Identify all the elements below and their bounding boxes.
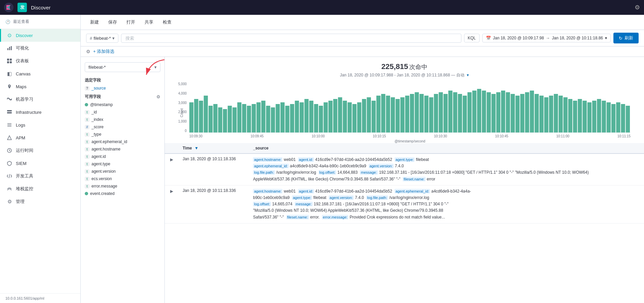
field-type-t-icon: t: [85, 117, 89, 122]
inspect-button[interactable]: 检查: [159, 18, 176, 27]
field-item-type[interactable]: t _type: [81, 131, 164, 138]
sidebar-item-infrastructure[interactable]: Infrastructure: [0, 106, 80, 119]
sidebar-item-ml[interactable]: 机器学习: [0, 93, 80, 106]
index-pattern-dropdown[interactable]: filebeat-* ▾: [85, 62, 160, 72]
svg-rect-34: [271, 107, 275, 133]
sidebar-item-apm[interactable]: APM: [0, 131, 80, 144]
y-tick: 1,000: [178, 120, 187, 123]
field-name: _source: [91, 86, 106, 91]
sidebar-item-logs[interactable]: Logs: [0, 119, 80, 131]
add-filter-button[interactable]: + 添加筛选: [93, 48, 114, 55]
field-item-agent-ephemeral-id[interactable]: t agent.ephemeral_id: [81, 138, 164, 145]
sidebar-item-siem[interactable]: SIEM: [0, 157, 80, 170]
ml-icon: [6, 96, 12, 102]
field-item-error-message[interactable]: t error.message: [81, 182, 164, 190]
svg-rect-58: [386, 96, 390, 133]
source-cell: agent.hostname: web01 agent.id: 416cd9e7…: [249, 154, 644, 185]
sidebar-item-devtools[interactable]: 开发工具: [0, 170, 80, 182]
svg-rect-56: [376, 96, 380, 133]
svg-rect-61: [400, 97, 404, 133]
svg-rect-107: [621, 104, 625, 133]
field-type-t-icon: t: [85, 140, 89, 144]
svg-rect-99: [582, 101, 586, 133]
svg-rect-91: [544, 97, 548, 133]
field-item-agent-version[interactable]: t agent.version: [81, 168, 164, 175]
field-item-id[interactable]: t _id: [81, 108, 164, 116]
sidebar-item-management[interactable]: ⚙ 管理: [0, 195, 80, 208]
field-item-event-created[interactable]: event.created: [81, 190, 164, 197]
field-name: agent.hostname: [91, 147, 120, 152]
search-input[interactable]: [125, 36, 457, 41]
svg-rect-52: [357, 102, 361, 133]
svg-rect-6: [7, 61, 9, 63]
sidebar-item-visualize[interactable]: 可视化: [0, 42, 80, 55]
table-header-time[interactable]: Time ▼: [179, 143, 249, 154]
field-item-ecs-version[interactable]: t ecs.version: [81, 175, 164, 182]
svg-rect-67: [429, 97, 433, 133]
date-range-picker[interactable]: 📅 Jan 18, 2020 @ 10:09:17.98 → Jan 18, 2…: [482, 34, 611, 42]
index-pattern-selector[interactable]: # filebeat-* ▾: [86, 34, 118, 43]
sidebar-item-label: SIEM: [16, 161, 27, 166]
sidebar-item-stack-monitoring[interactable]: 堆栈监控: [0, 182, 80, 195]
infrastructure-icon: [6, 109, 12, 115]
field-label: agent.version:: [329, 195, 354, 200]
svg-rect-29: [247, 106, 251, 133]
sidebar-item-label: 开发工具: [16, 173, 33, 179]
svg-rect-39: [295, 101, 299, 133]
sidebar-item-dashboard[interactable]: 仪表板: [0, 55, 80, 67]
field-item-index[interactable]: t _index: [81, 116, 164, 123]
svg-rect-89: [535, 94, 539, 133]
sidebar-item-maps[interactable]: Maps: [0, 80, 80, 93]
svg-rect-45: [324, 102, 328, 133]
field-item-timestamp[interactable]: @timestamp: [81, 101, 164, 108]
refresh-button[interactable]: ↻ 刷新: [613, 33, 639, 43]
y-axis: 5,000 4,000 3,000 2,000 1,000 0: [178, 82, 187, 133]
dashboard-icon: [6, 58, 12, 64]
expand-row-button[interactable]: ▶: [169, 188, 175, 194]
selected-fields-title: 选定字段: [81, 75, 164, 85]
sidebar-item-uptime[interactable]: 运行时间: [0, 144, 80, 157]
search-input-wrap: [121, 34, 461, 43]
svg-rect-23: [218, 107, 222, 133]
sidebar-item-label: Infrastructure: [16, 110, 42, 115]
open-button[interactable]: 打开: [122, 18, 139, 27]
settings-icon[interactable]: ⚙: [635, 4, 640, 11]
x-tick: 10:09:45: [251, 134, 264, 138]
field-item-agent-hostname[interactable]: t agent.hostname: [81, 145, 164, 153]
filter-settings-icon[interactable]: ⚙: [86, 49, 90, 54]
svg-rect-71: [448, 91, 452, 133]
search-bar: # filebeat-* ▾ KQL 📅 Jan 18, 2020 @ 10:0…: [81, 30, 644, 46]
sidebar-item-discover[interactable]: ⊙ Discover: [0, 29, 80, 42]
chart-container: 5,000 4,000 3,000 2,000 1,000 0 Count: [170, 82, 639, 143]
sidebar-item-canvas[interactable]: ◧ Canvas: [0, 67, 80, 80]
share-button[interactable]: 共享: [141, 18, 157, 27]
x-tick: 10:10:15: [373, 134, 386, 138]
svg-rect-103: [602, 101, 606, 133]
table-row: ▶ Jan 18, 2020 @ 10:11:18.336 agent.host…: [165, 185, 644, 223]
svg-rect-30: [252, 104, 256, 133]
date-end: Jan 18, 2020 @ 10:11:18.86: [552, 36, 603, 40]
sidebar-footer-url: 10.0.0.161:5601/app/ml: [0, 293, 80, 303]
expand-row-button[interactable]: ▶: [169, 157, 175, 163]
kql-button[interactable]: KQL: [464, 34, 480, 42]
svg-rect-5: [10, 59, 12, 61]
table-header-source: _source: [249, 143, 644, 154]
field-item-agent-id[interactable]: t agent.id: [81, 153, 164, 160]
auto-dropdown[interactable]: ▾: [467, 73, 469, 77]
field-item-agent-type[interactable]: t agent.type: [81, 160, 164, 168]
svg-rect-3: [11, 46, 12, 50]
field-filter-icon[interactable]: ⚙: [156, 94, 160, 99]
new-button[interactable]: 新建: [86, 18, 103, 27]
svg-rect-69: [439, 92, 443, 133]
save-button[interactable]: 保存: [104, 18, 121, 27]
bar-chart-svg: [189, 82, 631, 133]
kibana-logo: [4, 3, 13, 12]
sidebar-item-label: Discover: [16, 33, 33, 38]
field-label: agent.hostname:: [253, 157, 282, 162]
field-item-score[interactable]: # _score: [81, 123, 164, 131]
field-sidebar: filebeat-* ▾: [81, 57, 165, 303]
svg-rect-43: [314, 104, 318, 133]
available-fields-title: 可用字段: [85, 94, 101, 100]
svg-rect-76: [472, 91, 476, 133]
svg-rect-47: [333, 99, 337, 133]
